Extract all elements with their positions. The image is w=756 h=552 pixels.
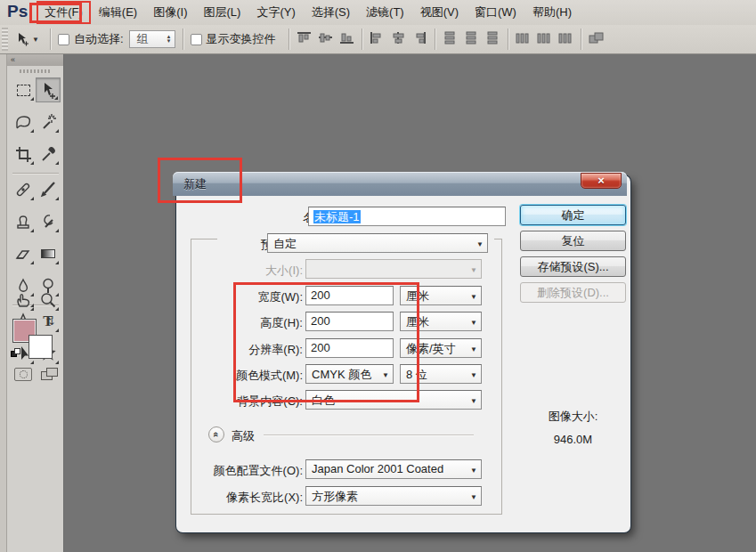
spot-healing-brush-tool[interactable]: [11, 177, 36, 202]
annotation-box-file-menu: [29, 3, 82, 23]
align-top-edges-icon[interactable]: [297, 31, 312, 47]
default-colors-icon[interactable]: [11, 348, 20, 359]
options-separator: [435, 28, 435, 50]
clone-stamp-tool[interactable]: [11, 209, 36, 234]
quick-mask-button[interactable]: [14, 368, 32, 381]
rectangular-marquee-tool[interactable]: [11, 77, 36, 102]
distribute-icon-group: [443, 31, 500, 47]
magnifier-icon: [38, 290, 58, 310]
align-icon-group-2: [370, 31, 427, 47]
advanced-divider: [264, 434, 474, 435]
preset-dropdown[interactable]: 自定▼: [267, 233, 488, 253]
brush-tool[interactable]: [36, 177, 61, 202]
chevron-up-icon: «: [209, 432, 224, 437]
move-tool[interactable]: [36, 77, 61, 102]
quick-selection-tool[interactable]: [36, 110, 61, 134]
reset-button[interactable]: 复位: [520, 231, 626, 251]
auto-align-layers-icon[interactable]: [589, 31, 606, 47]
dropdown-stepper-icon: ▲▼: [167, 35, 172, 44]
dropdown-arrow-icon: ▼: [470, 319, 477, 327]
size-dropdown: ▼: [305, 259, 482, 279]
close-button[interactable]: ×: [581, 173, 622, 189]
options-separator: [362, 28, 362, 50]
photoshop-window: Ps 文件(F) 编辑(E) 图像(I) 图层(L) 文字(Y) 选择(S) 滤…: [0, 0, 756, 552]
tool-preset-caret-icon[interactable]: ▼: [32, 36, 39, 44]
options-separator: [183, 28, 183, 50]
menu-select[interactable]: 选择(S): [304, 1, 358, 24]
history-brush-icon: [38, 212, 58, 231]
color-profile-dropdown[interactable]: Japan Color 2001 Coated▼: [305, 459, 482, 479]
brush-icon: [38, 180, 58, 199]
advanced-toggle-button[interactable]: «: [208, 426, 224, 442]
eyedropper-tool[interactable]: [36, 142, 61, 166]
crop-icon: [13, 144, 33, 164]
distribute-bottom-edges-icon[interactable]: [485, 31, 500, 47]
name-input[interactable]: 未标题-1: [308, 207, 506, 226]
panel-edge-strip: [0, 54, 7, 552]
pixel-aspect-dropdown[interactable]: 方形像素▼: [305, 486, 482, 506]
hand-tool[interactable]: [11, 288, 36, 313]
marquee-icon: [17, 85, 30, 96]
history-brush-tool[interactable]: [36, 209, 61, 234]
menu-type[interactable]: 文字(Y): [248, 1, 303, 24]
dropdown-arrow-icon: ▼: [470, 345, 477, 353]
dropdown-arrow-icon: ▼: [470, 371, 477, 379]
move-tool-icon: [15, 32, 29, 46]
name-value-selected: 未标题-1: [313, 210, 361, 223]
show-transform-checkbox[interactable]: [191, 34, 202, 45]
distribute-left-edges-icon[interactable]: [516, 31, 531, 47]
advanced-label: 高级: [232, 428, 255, 444]
menu-edit[interactable]: 编辑(E): [91, 1, 145, 24]
color-profile-label: 颜色配置文件(O):: [169, 463, 303, 479]
background-color-swatch[interactable]: [28, 335, 53, 359]
menu-layer[interactable]: 图层(L): [195, 1, 248, 24]
magic-wand-icon: [38, 112, 58, 132]
gradient-tool[interactable]: [36, 241, 61, 266]
auto-select-scope-dropdown[interactable]: 组 ▲▼: [129, 30, 175, 48]
distribute-right-edges-icon[interactable]: [558, 31, 573, 47]
auto-select-label: 自动选择:: [74, 31, 124, 47]
save-preset-button[interactable]: 存储预设(S)...: [520, 256, 626, 277]
panel-grip[interactable]: [20, 69, 50, 73]
dropdown-arrow-icon: ▼: [476, 240, 484, 248]
eraser-icon: [13, 244, 33, 264]
options-separator: [289, 28, 289, 50]
panel-collapse-header[interactable]: «: [7, 54, 63, 66]
current-tool-preview[interactable]: ▼: [12, 32, 43, 46]
menu-filter[interactable]: 滤镜(T): [358, 1, 412, 24]
screen-mode-button[interactable]: [41, 368, 61, 382]
menu-image[interactable]: 图像(I): [145, 1, 195, 24]
zoom-tool[interactable]: [36, 288, 61, 313]
dropdown-arrow-icon: ▼: [470, 293, 477, 301]
align-right-edges-icon[interactable]: [412, 31, 427, 47]
hand-icon: [13, 290, 33, 310]
move-icon: [38, 80, 58, 100]
delete-preset-button: 删除预设(D)...: [520, 282, 626, 303]
ok-button[interactable]: 确定: [520, 205, 626, 225]
distribute-top-edges-icon[interactable]: [443, 31, 458, 47]
swap-colors-icon[interactable]: ⇄: [45, 317, 56, 325]
eraser-tool[interactable]: [11, 241, 36, 266]
options-separator: [50, 28, 51, 50]
align-vertical-centers-icon[interactable]: [318, 31, 333, 47]
lasso-tool[interactable]: [11, 110, 36, 134]
distribute-horizontal-centers-icon[interactable]: [537, 31, 552, 47]
crop-tool[interactable]: [11, 142, 36, 166]
annotation-box-dialog-title: [158, 158, 242, 203]
menu-help[interactable]: 帮助(H): [524, 1, 580, 24]
healing-brush-icon: [13, 180, 33, 199]
image-size-label: 图像大小:: [520, 409, 626, 425]
preset-value: 自定: [273, 237, 297, 250]
align-left-edges-icon[interactable]: [370, 31, 385, 47]
distribute-vertical-centers-icon[interactable]: [464, 31, 479, 47]
options-bar-grip[interactable]: [2, 28, 8, 51]
tool-divider: [12, 173, 59, 174]
menu-view[interactable]: 视图(V): [412, 1, 467, 24]
menu-window[interactable]: 窗口(W): [467, 1, 524, 24]
tools-panel: « T: [7, 54, 64, 552]
align-bottom-edges-icon[interactable]: [339, 31, 354, 47]
groupbox-line: [494, 239, 502, 239]
show-transform-label: 显示变换控件: [207, 31, 276, 47]
align-horizontal-centers-icon[interactable]: [391, 31, 406, 47]
auto-select-checkbox[interactable]: [58, 34, 69, 45]
